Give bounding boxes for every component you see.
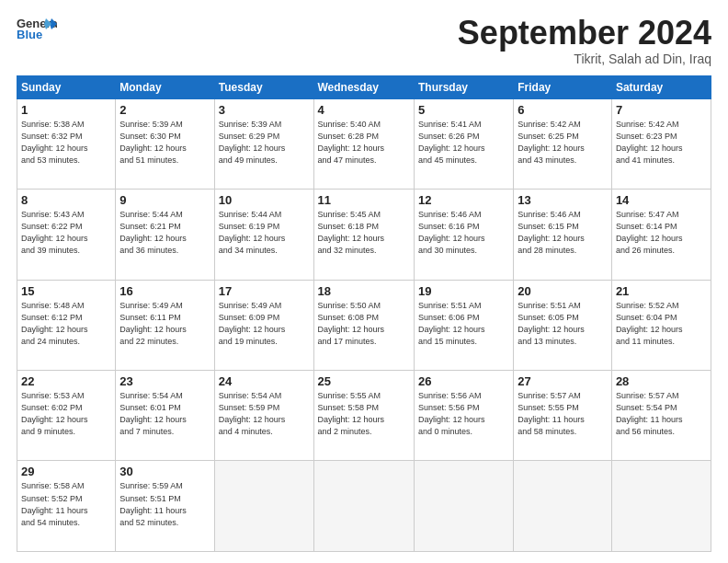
day-info: Sunrise: 5:56 AMSunset: 5:56 PMDaylight:… [418, 391, 485, 436]
day-number: 7 [616, 103, 707, 117]
day-cell: 7Sunrise: 5:42 AMSunset: 6:23 PMDaylight… [611, 98, 711, 189]
day-cell: 3Sunrise: 5:39 AMSunset: 6:29 PMDaylight… [214, 98, 313, 189]
day-cell: 5Sunrise: 5:41 AMSunset: 6:26 PMDaylight… [414, 98, 513, 189]
day-info: Sunrise: 5:40 AMSunset: 6:28 PMDaylight:… [318, 120, 385, 165]
day-cell: 15Sunrise: 5:48 AMSunset: 6:12 PMDayligh… [17, 280, 116, 370]
day-cell [414, 461, 513, 552]
day-number: 2 [119, 103, 210, 117]
day-info: Sunrise: 5:46 AMSunset: 6:15 PMDaylight:… [518, 210, 585, 255]
day-cell: 23Sunrise: 5:54 AMSunset: 6:01 PMDayligh… [116, 371, 214, 461]
day-number: 21 [616, 284, 707, 298]
day-info: Sunrise: 5:54 AMSunset: 6:01 PMDaylight:… [119, 391, 187, 436]
day-info: Sunrise: 5:42 AMSunset: 6:25 PMDaylight:… [518, 120, 585, 165]
day-number: 9 [119, 193, 210, 207]
month-title: September 2024 [458, 15, 711, 52]
subtitle: Tikrit, Salah ad Din, Iraq [458, 52, 711, 66]
day-cell: 29Sunrise: 5:58 AMSunset: 5:52 PMDayligh… [17, 461, 116, 552]
day-number: 28 [616, 374, 707, 388]
day-info: Sunrise: 5:49 AMSunset: 6:09 PMDaylight:… [219, 301, 286, 346]
day-number: 25 [318, 374, 410, 388]
day-cell: 19Sunrise: 5:51 AMSunset: 6:06 PMDayligh… [414, 280, 513, 370]
day-number: 24 [219, 374, 310, 388]
day-cell: 4Sunrise: 5:40 AMSunset: 6:28 PMDaylight… [313, 98, 414, 189]
day-info: Sunrise: 5:57 AMSunset: 5:54 PMDaylight:… [616, 391, 683, 436]
svg-text:Blue: Blue [17, 28, 42, 40]
col-header-wednesday: Wednesday [313, 75, 414, 98]
header: General Blue September 2024 Tikrit, Sala… [17, 15, 711, 66]
day-number: 1 [21, 103, 111, 117]
day-number: 10 [219, 193, 310, 207]
week-row: 8Sunrise: 5:43 AMSunset: 6:22 PMDaylight… [17, 190, 711, 280]
day-number: 22 [21, 374, 111, 388]
day-info: Sunrise: 5:44 AMSunset: 6:21 PMDaylight:… [119, 210, 187, 255]
day-info: Sunrise: 5:48 AMSunset: 6:12 PMDaylight:… [21, 301, 88, 346]
week-row: 29Sunrise: 5:58 AMSunset: 5:52 PMDayligh… [17, 461, 711, 552]
day-number: 11 [318, 193, 410, 207]
day-cell [313, 461, 414, 552]
col-header-friday: Friday [514, 75, 612, 98]
col-header-tuesday: Tuesday [214, 75, 313, 98]
day-info: Sunrise: 5:38 AMSunset: 6:32 PMDaylight:… [21, 120, 88, 165]
day-info: Sunrise: 5:53 AMSunset: 6:02 PMDaylight:… [21, 391, 88, 436]
day-info: Sunrise: 5:39 AMSunset: 6:29 PMDaylight:… [219, 120, 286, 165]
day-number: 14 [616, 193, 707, 207]
day-info: Sunrise: 5:54 AMSunset: 5:59 PMDaylight:… [219, 391, 286, 436]
day-number: 30 [119, 465, 210, 478]
day-info: Sunrise: 5:45 AMSunset: 6:18 PMDaylight:… [318, 210, 385, 255]
day-cell: 28Sunrise: 5:57 AMSunset: 5:54 PMDayligh… [611, 371, 711, 461]
day-info: Sunrise: 5:47 AMSunset: 6:14 PMDaylight:… [616, 210, 683, 255]
col-header-saturday: Saturday [611, 75, 711, 98]
day-cell: 12Sunrise: 5:46 AMSunset: 6:16 PMDayligh… [414, 190, 513, 280]
day-number: 20 [518, 284, 608, 298]
day-number: 29 [21, 465, 111, 478]
day-number: 3 [219, 103, 310, 117]
day-cell [514, 461, 612, 552]
day-cell: 17Sunrise: 5:49 AMSunset: 6:09 PMDayligh… [214, 280, 313, 370]
day-info: Sunrise: 5:59 AMSunset: 5:51 PMDaylight:… [119, 481, 187, 526]
day-cell: 2Sunrise: 5:39 AMSunset: 6:30 PMDaylight… [116, 98, 214, 189]
col-header-sunday: Sunday [17, 75, 116, 98]
day-cell: 1Sunrise: 5:38 AMSunset: 6:32 PMDaylight… [17, 98, 116, 189]
col-header-monday: Monday [116, 75, 214, 98]
day-cell: 27Sunrise: 5:57 AMSunset: 5:55 PMDayligh… [514, 371, 612, 461]
day-cell: 13Sunrise: 5:46 AMSunset: 6:15 PMDayligh… [514, 190, 612, 280]
day-cell: 18Sunrise: 5:50 AMSunset: 6:08 PMDayligh… [313, 280, 414, 370]
day-number: 13 [518, 193, 608, 207]
day-info: Sunrise: 5:51 AMSunset: 6:06 PMDaylight:… [418, 301, 485, 346]
day-cell: 21Sunrise: 5:52 AMSunset: 6:04 PMDayligh… [611, 280, 711, 370]
day-info: Sunrise: 5:41 AMSunset: 6:26 PMDaylight:… [418, 120, 485, 165]
day-cell: 22Sunrise: 5:53 AMSunset: 6:02 PMDayligh… [17, 371, 116, 461]
col-header-thursday: Thursday [414, 75, 513, 98]
day-cell: 10Sunrise: 5:44 AMSunset: 6:19 PMDayligh… [214, 190, 313, 280]
day-cell: 11Sunrise: 5:45 AMSunset: 6:18 PMDayligh… [313, 190, 414, 280]
day-number: 16 [119, 284, 210, 298]
day-cell: 24Sunrise: 5:54 AMSunset: 5:59 PMDayligh… [214, 371, 313, 461]
day-info: Sunrise: 5:46 AMSunset: 6:16 PMDaylight:… [418, 210, 485, 255]
day-info: Sunrise: 5:55 AMSunset: 5:58 PMDaylight:… [318, 391, 385, 436]
day-info: Sunrise: 5:51 AMSunset: 6:05 PMDaylight:… [518, 301, 585, 346]
logo-icon: General Blue [17, 15, 57, 40]
day-number: 26 [418, 374, 509, 388]
day-cell: 20Sunrise: 5:51 AMSunset: 6:05 PMDayligh… [514, 280, 612, 370]
day-info: Sunrise: 5:39 AMSunset: 6:30 PMDaylight:… [119, 120, 187, 165]
day-number: 6 [518, 103, 608, 117]
day-cell: 25Sunrise: 5:55 AMSunset: 5:58 PMDayligh… [313, 371, 414, 461]
week-row: 1Sunrise: 5:38 AMSunset: 6:32 PMDaylight… [17, 98, 711, 189]
week-row: 22Sunrise: 5:53 AMSunset: 6:02 PMDayligh… [17, 371, 711, 461]
day-number: 23 [119, 374, 210, 388]
logo: General Blue [17, 15, 57, 40]
day-number: 15 [21, 284, 111, 298]
day-cell: 6Sunrise: 5:42 AMSunset: 6:25 PMDaylight… [514, 98, 612, 189]
page: General Blue September 2024 Tikrit, Sala… [0, 0, 728, 563]
day-cell [611, 461, 711, 552]
week-row: 15Sunrise: 5:48 AMSunset: 6:12 PMDayligh… [17, 280, 711, 370]
day-number: 27 [518, 374, 608, 388]
day-info: Sunrise: 5:57 AMSunset: 5:55 PMDaylight:… [518, 391, 585, 436]
day-info: Sunrise: 5:49 AMSunset: 6:11 PMDaylight:… [119, 301, 187, 346]
day-info: Sunrise: 5:42 AMSunset: 6:23 PMDaylight:… [616, 120, 683, 165]
day-cell: 8Sunrise: 5:43 AMSunset: 6:22 PMDaylight… [17, 190, 116, 280]
day-number: 12 [418, 193, 509, 207]
title-block: September 2024 Tikrit, Salah ad Din, Ira… [458, 15, 711, 66]
day-cell: 14Sunrise: 5:47 AMSunset: 6:14 PMDayligh… [611, 190, 711, 280]
day-cell: 30Sunrise: 5:59 AMSunset: 5:51 PMDayligh… [116, 461, 214, 552]
